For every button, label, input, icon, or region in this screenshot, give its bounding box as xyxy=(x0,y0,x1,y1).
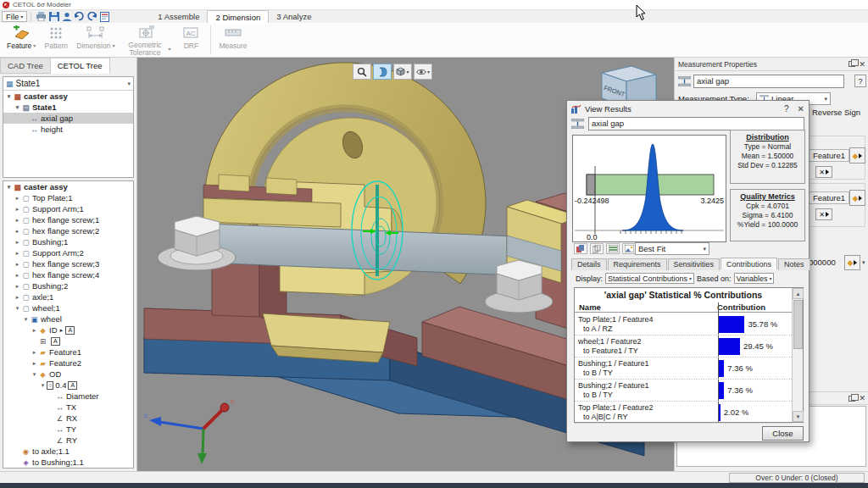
tree-item[interactable]: ▸▢Support Arm;2 xyxy=(3,247,133,258)
tab-dimension[interactable]: 2 Dimension xyxy=(207,10,269,23)
tab-analyze[interactable]: 3 Analyze xyxy=(269,10,319,23)
tree-item[interactable]: ▸▰Feature2 xyxy=(3,358,133,369)
tree-item[interactable]: ◈to Bushing;1.1 xyxy=(3,457,133,468)
tree-item[interactable]: ▾◆OD xyxy=(3,369,133,380)
tree-item[interactable]: ↔Diameter xyxy=(3,391,133,402)
help-button[interactable]: ? xyxy=(854,75,866,87)
tree-item[interactable]: ▾▣wheel xyxy=(3,313,133,324)
based-on-select[interactable]: Variables▾ xyxy=(734,273,775,284)
expander-closed-icon[interactable]: ▸ xyxy=(14,261,21,268)
views-icon[interactable]: ▾ xyxy=(393,64,412,80)
expander-closed-icon[interactable]: ▸ xyxy=(14,228,21,235)
redo-icon[interactable] xyxy=(86,11,98,22)
expander-open-icon[interactable]: ▾ xyxy=(5,184,13,191)
float-panel-icon[interactable] xyxy=(849,396,855,402)
table-scrollbar[interactable]: ▲ ▼ xyxy=(792,288,803,422)
tree-item[interactable]: ▸▢Bushing;2 xyxy=(3,280,133,291)
tree-item[interactable]: ◉to axle;1.1 xyxy=(3,446,133,457)
tab-notes[interactable]: Notes xyxy=(778,258,810,270)
table-row[interactable]: wheel;1 / Feature2to Feature1 / TY 29.45… xyxy=(575,336,792,358)
expander-closed-icon[interactable]: ▸ xyxy=(31,360,38,367)
feature-chip-1[interactable]: Feature1 xyxy=(809,149,849,162)
scroll-down-icon[interactable]: ▼ xyxy=(793,411,804,422)
expander-closed-icon[interactable]: ▸ xyxy=(31,349,38,356)
tree-item[interactable]: ∠RY xyxy=(3,435,133,446)
tree-item[interactable]: ▸▢Top Plate;1 xyxy=(3,192,133,203)
dialog-help-icon[interactable]: ? xyxy=(784,104,789,114)
expander-open-icon[interactable]: ▾ xyxy=(14,305,21,312)
close-button[interactable]: Close xyxy=(762,426,804,441)
feature-button[interactable]: Feature▾ xyxy=(3,23,40,57)
tree-item[interactable]: ▸◆ID►A xyxy=(3,324,133,336)
copy-results-icon[interactable] xyxy=(574,243,587,254)
tree-item[interactable]: ▾○0.4A xyxy=(3,380,133,391)
print-icon[interactable] xyxy=(35,11,47,22)
dimension-button[interactable]: Dimension▾ xyxy=(72,23,119,57)
pattern-button[interactable]: Pattern xyxy=(40,23,72,57)
tree-item[interactable]: ▸▢hex flange screw;1 xyxy=(3,214,133,225)
tree-item[interactable]: ▸▢Support Arm;1 xyxy=(3,203,133,214)
report-icon[interactable] xyxy=(98,11,111,22)
scroll-up-icon[interactable]: ▲ xyxy=(793,288,804,299)
limits-view-icon[interactable] xyxy=(606,243,620,254)
tree-item[interactable]: ⊞A xyxy=(3,336,133,347)
view-results-dialog[interactable]: View Results ?✕ axial gap xyxy=(566,100,810,442)
dialog-title-bar[interactable]: View Results ?✕ xyxy=(567,101,809,116)
table-row[interactable]: Bushing;1 / Feature1to B / TY 7.36 % xyxy=(575,358,792,380)
tree-item[interactable]: ▸▰Feature1 xyxy=(3,347,133,358)
expander-open-icon[interactable]: ▾ xyxy=(14,104,21,111)
fit-type-select[interactable]: Best Fit ▾ xyxy=(635,242,709,255)
display-select[interactable]: Statistical Contributions▾ xyxy=(605,273,694,284)
measurement-name-input[interactable]: axial gap xyxy=(693,75,844,88)
expander-open-icon[interactable]: ▾ xyxy=(39,382,47,389)
tree-item[interactable]: ↔height xyxy=(3,124,133,135)
tree-item[interactable]: ▾▦caster assy xyxy=(3,181,133,192)
tree-item[interactable]: ▸▢axle;1 xyxy=(3,291,133,302)
expander-closed-icon[interactable]: ▸ xyxy=(31,327,38,334)
clear-feature-button-2[interactable]: ✕ xyxy=(815,208,832,220)
pick-feature-button-1[interactable]: ◆ xyxy=(849,147,865,164)
state-selector[interactable]: ▦ State1 ▾ xyxy=(3,77,133,91)
expander-closed-icon[interactable]: ▸ xyxy=(14,217,21,224)
user-icon[interactable] xyxy=(60,11,73,22)
tree-item[interactable]: ▸▢hex flange screw;3 xyxy=(3,258,133,269)
tab-cetol-tree[interactable]: CETOL Tree xyxy=(51,58,110,74)
expander-closed-icon[interactable]: ▸ xyxy=(14,272,21,279)
geometric-tolerance-button[interactable]: Geometric Tolerance▾ xyxy=(119,23,175,57)
tree-item[interactable]: ▸▢Bushing;1 xyxy=(3,236,133,247)
feature-chip-2[interactable]: Feature1 xyxy=(809,191,849,204)
chevron-down-icon[interactable]: ▾ xyxy=(862,259,865,266)
tab-contributions[interactable]: Contributions xyxy=(721,258,777,269)
file-button[interactable]: File▾ xyxy=(2,11,27,22)
pick-feature-button-2[interactable]: ◆ xyxy=(849,190,865,206)
dialog-close-icon[interactable]: ✕ xyxy=(798,104,804,114)
expander-closed-icon[interactable]: ▸ xyxy=(14,239,21,246)
drf-button[interactable]: AC DRF xyxy=(175,23,207,57)
table-row[interactable]: Top Plate;1 / Feature2to A|B|C / RY 2.02… xyxy=(575,402,792,424)
section-icon[interactable] xyxy=(373,64,392,80)
measure-button[interactable]: Measure xyxy=(214,23,251,57)
expander-closed-icon[interactable]: ▸ xyxy=(14,283,21,290)
tree-item[interactable]: ↔TX xyxy=(3,402,133,413)
expander-closed-icon[interactable]: ▸ xyxy=(14,250,21,257)
tree-item[interactable]: ▾▤State1 xyxy=(3,102,133,113)
clear-feature-button-1[interactable]: ✕ xyxy=(815,166,832,178)
tree-item[interactable]: ∠RX xyxy=(3,413,133,424)
scrollbar-thumb[interactable] xyxy=(793,300,803,349)
table-row[interactable]: Top Plate;1 / Feature4to A / RZ 35.78 % xyxy=(575,313,792,336)
image-export-icon[interactable] xyxy=(622,243,636,254)
tab-requirements[interactable]: Requirements xyxy=(608,258,667,270)
tree-item[interactable]: ↔TY xyxy=(3,424,133,435)
tab-cad-tree[interactable]: CAD Tree xyxy=(0,58,51,74)
tree-item[interactable]: ↔axial gap xyxy=(3,113,133,124)
tree-item[interactable]: ▾▢wheel;1 xyxy=(3,302,133,313)
orbit-icon[interactable]: ▾ xyxy=(414,64,432,80)
pick-value-button[interactable]: ◆ xyxy=(844,255,860,270)
expander-open-icon[interactable]: ▾ xyxy=(5,93,13,100)
table-row[interactable]: Bushing;2 / Feature1to B / TY 7.36 % xyxy=(575,380,792,402)
float-panel-icon[interactable] xyxy=(849,61,855,67)
expander-open-icon[interactable]: ▾ xyxy=(31,371,38,378)
undo-icon[interactable] xyxy=(73,11,86,22)
tree-item[interactable]: ▾▦caster assy xyxy=(3,91,133,102)
dialog-measurement-input[interactable]: axial gap xyxy=(588,117,804,130)
